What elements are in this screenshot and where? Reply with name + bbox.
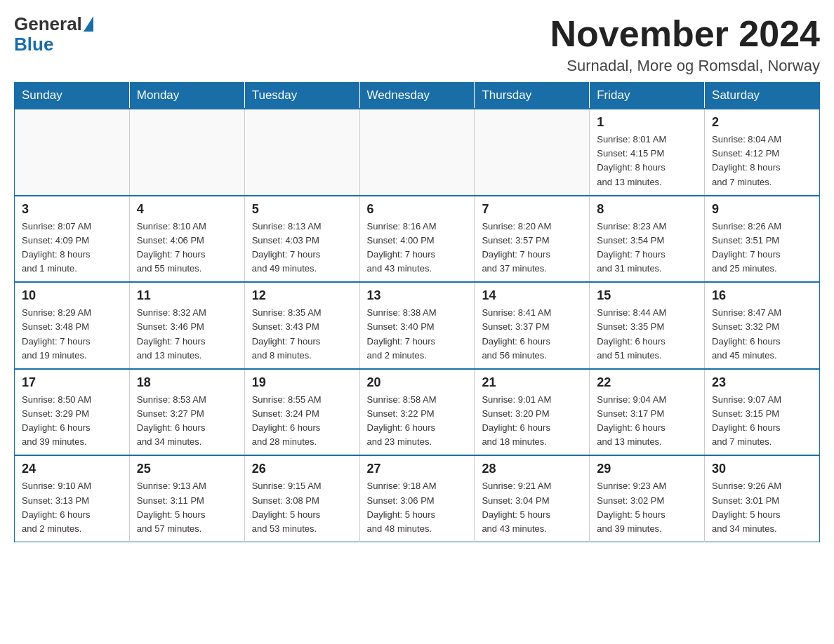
day-info: Sunrise: 8:01 AM Sunset: 4:15 PM Dayligh… — [597, 133, 697, 189]
day-number: 17 — [22, 375, 122, 390]
calendar-cell: 2Sunrise: 8:04 AM Sunset: 4:12 PM Daylig… — [705, 109, 820, 196]
day-info: Sunrise: 9:07 AM Sunset: 3:15 PM Dayligh… — [712, 393, 812, 450]
calendar-cell: 12Sunrise: 8:35 AM Sunset: 3:43 PM Dayli… — [244, 282, 359, 369]
calendar-week-row: 1Sunrise: 8:01 AM Sunset: 4:15 PM Daylig… — [15, 109, 820, 196]
day-number: 12 — [252, 288, 352, 303]
day-info: Sunrise: 8:53 AM Sunset: 3:27 PM Dayligh… — [137, 393, 237, 450]
day-number: 19 — [252, 375, 352, 390]
logo-general-text: General — [14, 14, 82, 34]
day-number: 25 — [137, 462, 237, 476]
page-header: General Blue November 2024 Surnadal, Mor… — [14, 14, 820, 75]
day-number: 11 — [137, 288, 237, 303]
day-info: Sunrise: 8:58 AM Sunset: 3:22 PM Dayligh… — [367, 393, 468, 450]
calendar-cell: 1Sunrise: 8:01 AM Sunset: 4:15 PM Daylig… — [590, 109, 705, 196]
calendar-week-row: 10Sunrise: 8:29 AM Sunset: 3:48 PM Dayli… — [15, 282, 820, 369]
calendar-cell: 22Sunrise: 9:04 AM Sunset: 3:17 PM Dayli… — [590, 369, 705, 456]
day-info: Sunrise: 8:16 AM Sunset: 4:00 PM Dayligh… — [367, 220, 468, 276]
day-info: Sunrise: 8:35 AM Sunset: 3:43 PM Dayligh… — [252, 306, 352, 363]
calendar-cell: 16Sunrise: 8:47 AM Sunset: 3:32 PM Dayli… — [705, 282, 820, 369]
day-info: Sunrise: 9:04 AM Sunset: 3:17 PM Dayligh… — [597, 393, 697, 450]
weekday-header-monday: Monday — [129, 83, 244, 109]
day-info: Sunrise: 9:13 AM Sunset: 3:11 PM Dayligh… — [137, 479, 237, 536]
logo-blue-text: Blue — [14, 34, 53, 55]
day-info: Sunrise: 8:29 AM Sunset: 3:48 PM Dayligh… — [22, 306, 122, 363]
calendar-cell: 3Sunrise: 8:07 AM Sunset: 4:09 PM Daylig… — [15, 196, 130, 283]
day-number: 3 — [22, 202, 122, 217]
weekday-header-sunday: Sunday — [15, 83, 130, 109]
day-info: Sunrise: 9:23 AM Sunset: 3:02 PM Dayligh… — [597, 479, 697, 536]
calendar-cell: 9Sunrise: 8:26 AM Sunset: 3:51 PM Daylig… — [705, 196, 820, 283]
calendar-cell: 13Sunrise: 8:38 AM Sunset: 3:40 PM Dayli… — [359, 282, 475, 369]
day-info: Sunrise: 8:32 AM Sunset: 3:46 PM Dayligh… — [137, 306, 237, 363]
calendar-cell: 29Sunrise: 9:23 AM Sunset: 3:02 PM Dayli… — [590, 455, 705, 542]
day-number: 24 — [22, 462, 122, 476]
day-number: 20 — [367, 375, 468, 390]
day-number: 9 — [712, 202, 812, 217]
day-info: Sunrise: 8:13 AM Sunset: 4:03 PM Dayligh… — [252, 220, 352, 276]
day-info: Sunrise: 8:20 AM Sunset: 3:57 PM Dayligh… — [482, 220, 582, 276]
calendar-cell: 5Sunrise: 8:13 AM Sunset: 4:03 PM Daylig… — [244, 196, 359, 283]
calendar-cell — [15, 109, 130, 196]
calendar-cell: 11Sunrise: 8:32 AM Sunset: 3:46 PM Dayli… — [129, 282, 244, 369]
calendar-cell: 10Sunrise: 8:29 AM Sunset: 3:48 PM Dayli… — [15, 282, 130, 369]
calendar-cell: 26Sunrise: 9:15 AM Sunset: 3:08 PM Dayli… — [244, 455, 359, 542]
day-number: 13 — [367, 288, 468, 303]
calendar-cell: 19Sunrise: 8:55 AM Sunset: 3:24 PM Dayli… — [244, 369, 359, 456]
day-number: 2 — [712, 115, 812, 130]
day-number: 23 — [712, 375, 812, 390]
weekday-header-wednesday: Wednesday — [359, 83, 475, 109]
calendar-cell — [359, 109, 475, 196]
day-number: 21 — [482, 375, 582, 390]
calendar-cell: 17Sunrise: 8:50 AM Sunset: 3:29 PM Dayli… — [15, 369, 130, 456]
calendar-cell: 27Sunrise: 9:18 AM Sunset: 3:06 PM Dayli… — [359, 455, 475, 542]
logo-triangle-icon — [84, 16, 93, 32]
calendar-cell — [244, 109, 359, 196]
calendar-cell: 24Sunrise: 9:10 AM Sunset: 3:13 PM Dayli… — [15, 455, 130, 542]
day-number: 1 — [597, 115, 697, 130]
day-number: 5 — [252, 202, 352, 217]
day-number: 15 — [597, 288, 697, 303]
weekday-header-friday: Friday — [590, 83, 705, 109]
logo: General Blue — [14, 14, 95, 54]
calendar-cell: 6Sunrise: 8:16 AM Sunset: 4:00 PM Daylig… — [359, 196, 475, 283]
day-info: Sunrise: 8:04 AM Sunset: 4:12 PM Dayligh… — [712, 133, 812, 189]
calendar-cell: 30Sunrise: 9:26 AM Sunset: 3:01 PM Dayli… — [705, 455, 820, 542]
day-info: Sunrise: 8:50 AM Sunset: 3:29 PM Dayligh… — [22, 393, 122, 450]
day-info: Sunrise: 8:47 AM Sunset: 3:32 PM Dayligh… — [712, 306, 812, 363]
location-title: Surnadal, More og Romsdal, Norway — [550, 57, 820, 75]
day-info: Sunrise: 8:26 AM Sunset: 3:51 PM Dayligh… — [712, 220, 812, 276]
weekday-header-tuesday: Tuesday — [244, 83, 359, 109]
day-info: Sunrise: 8:07 AM Sunset: 4:09 PM Dayligh… — [22, 220, 122, 276]
day-info: Sunrise: 8:38 AM Sunset: 3:40 PM Dayligh… — [367, 306, 468, 363]
day-info: Sunrise: 9:15 AM Sunset: 3:08 PM Dayligh… — [252, 479, 352, 536]
day-number: 10 — [22, 288, 122, 303]
calendar-table: SundayMondayTuesdayWednesdayThursdayFrid… — [14, 82, 820, 542]
weekday-header-saturday: Saturday — [705, 83, 820, 109]
day-info: Sunrise: 8:41 AM Sunset: 3:37 PM Dayligh… — [482, 306, 582, 363]
day-number: 4 — [137, 202, 237, 217]
day-number: 28 — [482, 462, 582, 476]
calendar-cell — [129, 109, 244, 196]
calendar-cell: 25Sunrise: 9:13 AM Sunset: 3:11 PM Dayli… — [129, 455, 244, 542]
day-number: 16 — [712, 288, 812, 303]
day-number: 8 — [597, 202, 697, 217]
calendar-week-row: 3Sunrise: 8:07 AM Sunset: 4:09 PM Daylig… — [15, 196, 820, 283]
day-info: Sunrise: 8:10 AM Sunset: 4:06 PM Dayligh… — [137, 220, 237, 276]
calendar-header-row: SundayMondayTuesdayWednesdayThursdayFrid… — [15, 83, 820, 109]
day-info: Sunrise: 8:44 AM Sunset: 3:35 PM Dayligh… — [597, 306, 697, 363]
day-info: Sunrise: 9:10 AM Sunset: 3:13 PM Dayligh… — [22, 479, 122, 536]
calendar-cell: 15Sunrise: 8:44 AM Sunset: 3:35 PM Dayli… — [590, 282, 705, 369]
day-number: 26 — [252, 462, 352, 476]
calendar-cell: 28Sunrise: 9:21 AM Sunset: 3:04 PM Dayli… — [475, 455, 590, 542]
day-info: Sunrise: 8:55 AM Sunset: 3:24 PM Dayligh… — [252, 393, 352, 450]
day-number: 18 — [137, 375, 237, 390]
day-number: 29 — [597, 462, 697, 476]
month-title: November 2024 — [550, 14, 820, 54]
calendar-week-row: 17Sunrise: 8:50 AM Sunset: 3:29 PM Dayli… — [15, 369, 820, 456]
day-number: 7 — [482, 202, 582, 217]
day-info: Sunrise: 9:21 AM Sunset: 3:04 PM Dayligh… — [482, 479, 582, 536]
calendar-week-row: 24Sunrise: 9:10 AM Sunset: 3:13 PM Dayli… — [15, 455, 820, 542]
day-number: 27 — [367, 462, 468, 476]
calendar-cell: 18Sunrise: 8:53 AM Sunset: 3:27 PM Dayli… — [129, 369, 244, 456]
calendar-cell — [475, 109, 590, 196]
